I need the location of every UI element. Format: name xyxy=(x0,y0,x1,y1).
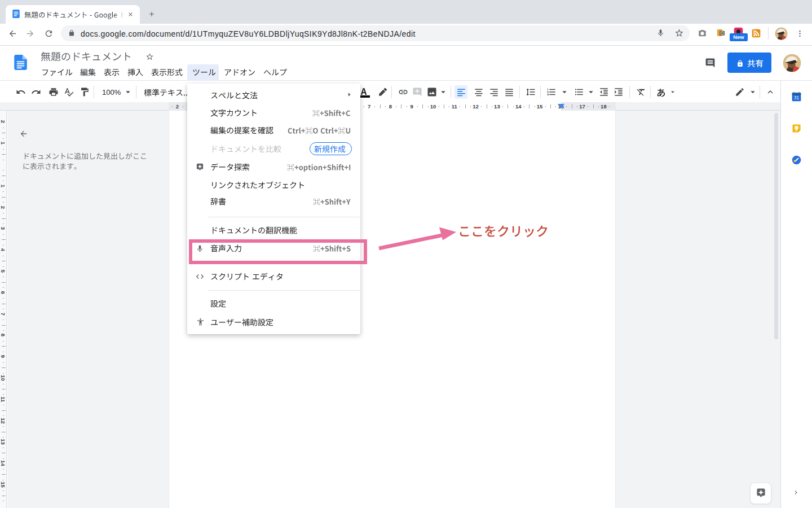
svg-text:31: 31 xyxy=(794,95,800,100)
